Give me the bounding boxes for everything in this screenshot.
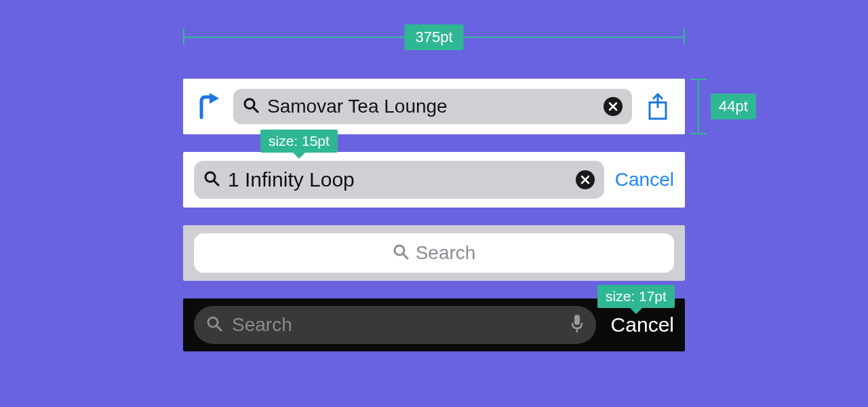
search-input-value: 1 Infinity Loop xyxy=(228,168,568,191)
placeholder-search-bar: Search xyxy=(183,225,685,281)
ruler-cap xyxy=(690,79,707,80)
nav-search-bar: Samovar Tea Lounge xyxy=(183,79,685,134)
width-badge: 375pt xyxy=(404,24,463,50)
cancel-button[interactable]: Cancel xyxy=(611,313,674,336)
search-icon xyxy=(393,244,409,263)
cancel-button[interactable]: Cancel xyxy=(615,169,674,191)
address-search-field[interactable]: Samovar Tea Lounge xyxy=(233,89,632,124)
svg-rect-14 xyxy=(574,315,580,325)
font-size-annotation: size: 15pt xyxy=(260,130,338,153)
svg-line-13 xyxy=(216,326,221,330)
svg-line-1 xyxy=(253,107,258,112)
search-field[interactable]: 1 Infinity Loop xyxy=(194,161,604,199)
font-size-annotation: size: 17pt xyxy=(597,285,675,308)
search-field[interactable]: Search xyxy=(194,233,674,273)
search-input-value: Samovar Tea Lounge xyxy=(267,96,595,117)
ruler-line xyxy=(698,79,699,134)
microphone-icon[interactable] xyxy=(570,314,584,336)
search-cancel-bar: 1 Infinity Loop Cancel xyxy=(183,152,685,208)
share-icon[interactable] xyxy=(643,93,673,120)
directions-icon[interactable] xyxy=(195,93,222,120)
search-icon xyxy=(206,315,222,334)
height-badge: 44pt xyxy=(711,94,756,119)
svg-line-7 xyxy=(214,180,218,185)
clear-button[interactable] xyxy=(604,97,623,116)
width-measurement: 375pt xyxy=(183,26,685,49)
search-placeholder: Search xyxy=(416,242,476,264)
ruler-cap xyxy=(183,28,184,45)
svg-line-11 xyxy=(403,254,408,258)
height-measurement: 44pt xyxy=(690,79,707,134)
search-field[interactable]: Search xyxy=(194,306,596,344)
clear-button[interactable] xyxy=(576,170,595,189)
ruler-cap xyxy=(684,28,685,45)
search-icon xyxy=(203,170,220,189)
search-placeholder: Search xyxy=(232,314,561,336)
search-icon xyxy=(243,97,259,116)
ruler-cap xyxy=(690,133,707,134)
